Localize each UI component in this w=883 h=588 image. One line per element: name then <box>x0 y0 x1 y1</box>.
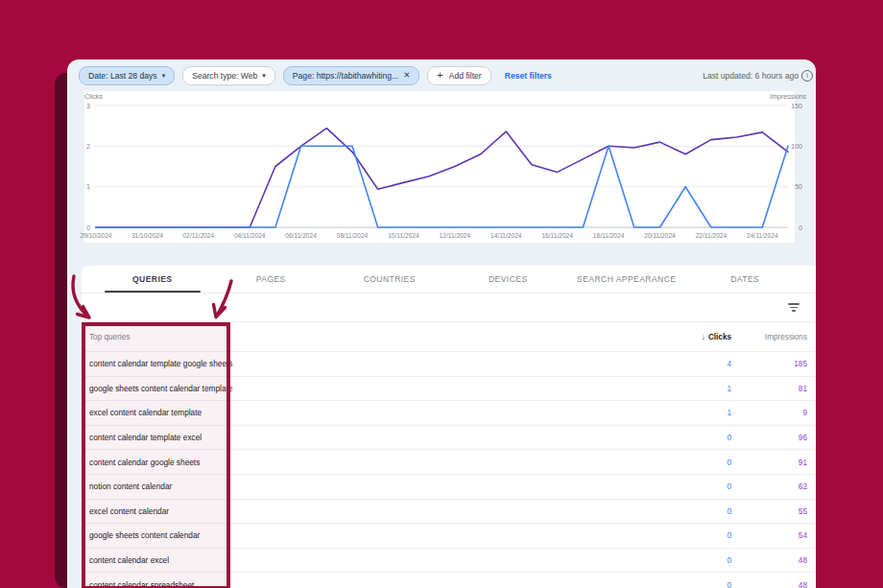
svg-text:22/11/2024: 22/11/2024 <box>696 232 728 239</box>
query-cell[interactable]: excel content calendar template <box>82 408 655 417</box>
tab-label: PAGES <box>256 274 286 284</box>
table-row[interactable]: excel content calendar055 <box>82 499 816 524</box>
impressions-cell: 54 <box>731 530 807 540</box>
table-row[interactable]: notion content calendar062 <box>82 474 816 499</box>
date-filter-chip[interactable]: Date: Last 28 days ▾ <box>79 66 175 85</box>
impressions-cell: 96 <box>731 433 807 442</box>
query-cell[interactable]: notion content calendar <box>82 482 655 491</box>
tab-label: DATES <box>730 274 759 284</box>
table-row[interactable]: google sheets content calendar054 <box>82 523 816 548</box>
table-row[interactable]: excel content calendar template19 <box>82 400 816 425</box>
tab-search-appearance[interactable]: SEARCH APPEARANCE <box>567 266 686 293</box>
svg-text:20/11/2024: 20/11/2024 <box>644 232 676 239</box>
svg-text:10/11/2024: 10/11/2024 <box>388 232 419 239</box>
table-header-row: Top queries ↓Clicks Impressions <box>82 322 816 351</box>
svg-text:150: 150 <box>791 103 802 109</box>
top-queries-header[interactable]: Top queries <box>82 333 655 341</box>
impressions-cell: 185 <box>731 359 807 368</box>
tab-label: DEVICES <box>489 274 528 284</box>
clicks-cell: 0 <box>655 482 731 491</box>
page-filter-chip[interactable]: Page: https://tabithawhiting... ✕ <box>283 66 419 85</box>
tab-devices[interactable]: DEVICES <box>449 266 568 293</box>
svg-text:31/10/2024: 31/10/2024 <box>131 232 163 239</box>
clicks-cell: 0 <box>655 530 731 540</box>
svg-text:08/11/2024: 08/11/2024 <box>337 232 369 239</box>
svg-text:24/11/2024: 24/11/2024 <box>747 232 778 239</box>
impressions-cell: 48 <box>731 555 807 565</box>
impressions-header[interactable]: Impressions <box>731 333 807 341</box>
svg-text:100: 100 <box>791 143 802 150</box>
impressions-cell: 91 <box>731 458 807 467</box>
table-row[interactable]: content calendar excel048 <box>82 548 816 573</box>
tab-countries[interactable]: COUNTRIES <box>330 266 449 293</box>
table-row[interactable]: content calendar template excel096 <box>82 425 816 450</box>
performance-chart[interactable]: 0015021003150ClicksImpressions29/10/2024… <box>67 91 816 266</box>
query-cell[interactable]: content calendar spreadsheet <box>82 580 655 588</box>
tab-label: QUERIES <box>132 274 172 284</box>
clicks-cell: 0 <box>655 580 731 588</box>
chevron-down-icon: ▾ <box>162 72 166 79</box>
svg-text:02/11/2024: 02/11/2024 <box>183 232 215 239</box>
filter-list-icon[interactable] <box>785 300 802 315</box>
impressions-cell: 62 <box>731 482 807 491</box>
page-filter-label: Page: https://tabithawhiting... <box>293 71 398 81</box>
svg-text:14/11/2024: 14/11/2024 <box>490 232 522 239</box>
query-cell[interactable]: content calendar template google sheets <box>82 359 655 368</box>
tab-dates[interactable]: DATES <box>686 266 805 293</box>
reset-filters-link[interactable]: Reset filters <box>505 71 552 81</box>
svg-text:12/11/2024: 12/11/2024 <box>440 232 471 239</box>
impressions-cell: 81 <box>731 384 807 393</box>
query-cell[interactable]: content calendar excel <box>82 555 655 565</box>
impressions-cell: 9 <box>731 408 807 417</box>
close-icon[interactable]: ✕ <box>403 71 410 80</box>
chevron-down-icon: ▾ <box>262 72 266 79</box>
tab-pages[interactable]: PAGES <box>212 266 331 293</box>
active-tab-underline <box>105 291 201 294</box>
add-filter-button[interactable]: + Add filter <box>427 66 490 85</box>
svg-text:0: 0 <box>86 224 90 231</box>
impressions-cell: 55 <box>731 506 807 516</box>
svg-text:2: 2 <box>86 143 90 150</box>
svg-text:3: 3 <box>86 103 90 109</box>
clicks-cell: 0 <box>655 506 731 516</box>
table-row[interactable]: google sheets content calendar template1… <box>82 376 816 401</box>
query-cell[interactable]: content calendar template excel <box>82 433 655 442</box>
tab-label: SEARCH APPEARANCE <box>577 274 676 284</box>
svg-text:50: 50 <box>795 183 802 190</box>
table-row[interactable]: content calendar google sheets091 <box>82 449 816 474</box>
dimension-tabs: QUERIESPAGESCOUNTRIESDEVICESSEARCH APPEA… <box>82 266 816 294</box>
table-row[interactable]: content calendar spreadsheet048 <box>82 572 816 588</box>
dimensions-panel: QUERIESPAGESCOUNTRIESDEVICESSEARCH APPEA… <box>82 266 816 588</box>
performance-chart-section: 0015021003150ClicksImpressions29/10/2024… <box>67 91 816 266</box>
svg-text:29/10/2024: 29/10/2024 <box>80 232 111 239</box>
search-type-filter-chip[interactable]: Search type: Web ▾ <box>182 66 275 85</box>
query-cell[interactable]: content calendar google sheets <box>82 458 655 467</box>
tab-queries[interactable]: QUERIES <box>93 266 212 293</box>
info-icon[interactable]: i <box>801 70 813 82</box>
search-type-filter-label: Search type: Web <box>192 71 257 81</box>
clicks-header[interactable]: ↓Clicks <box>655 332 731 341</box>
svg-text:04/11/2024: 04/11/2024 <box>234 232 266 239</box>
svg-text:06/11/2024: 06/11/2024 <box>285 232 317 239</box>
sort-descending-icon: ↓ <box>702 332 705 341</box>
queries-table-body: content calendar template google sheets4… <box>82 351 816 588</box>
query-cell[interactable]: google sheets content calendar template <box>82 384 655 393</box>
impressions-cell: 48 <box>731 580 807 588</box>
svg-text:1: 1 <box>86 183 90 190</box>
table-row[interactable]: content calendar template google sheets4… <box>82 351 816 376</box>
last-updated-status: Last updated: 6 hours ago i <box>703 70 806 82</box>
clicks-header-label: Clicks <box>708 333 731 341</box>
clicks-cell: 0 <box>655 555 731 565</box>
tab-label: COUNTRIES <box>364 274 416 284</box>
svg-text:16/11/2024: 16/11/2024 <box>541 232 573 239</box>
svg-text:Impressions: Impressions <box>770 93 806 101</box>
svg-text:0: 0 <box>799 224 802 231</box>
query-cell[interactable]: google sheets content calendar <box>82 530 655 540</box>
table-toolbar <box>82 294 816 322</box>
clicks-cell: 1 <box>655 408 731 417</box>
query-cell[interactable]: excel content calendar <box>82 506 655 516</box>
date-filter-label: Date: Last 28 days <box>88 71 157 81</box>
add-filter-label: Add filter <box>449 71 482 81</box>
svg-text:18/11/2024: 18/11/2024 <box>593 232 625 239</box>
plus-icon: + <box>437 70 442 81</box>
